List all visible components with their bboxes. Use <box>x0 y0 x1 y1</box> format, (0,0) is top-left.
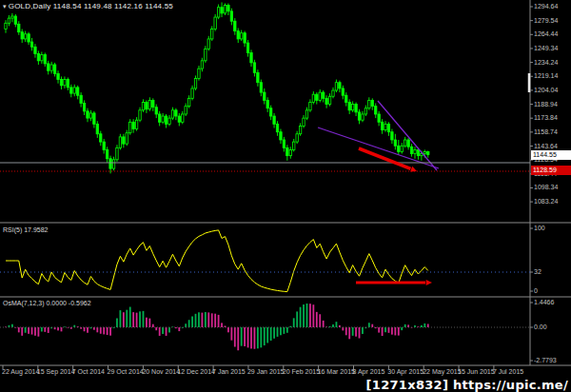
bid-price-label: 1144.55 <box>531 150 571 160</box>
time-axis-label: 15 Jun 2015 <box>458 368 495 376</box>
rsi-label: RSI(5) 17.9582 <box>3 226 48 233</box>
time-axis-label: 16 Mar 2015 <box>318 368 355 376</box>
time-axis-label: 7 Jan 2015 <box>212 368 246 376</box>
price-axis-label: 1249.34 <box>534 45 558 52</box>
osma-pane[interactable] <box>0 299 530 364</box>
rsi-axis-label: 100 <box>534 225 545 232</box>
rsi-axis-label: 32 <box>534 268 541 276</box>
osma-label: OsMA(7,12,3) 0.0000 -0.5962 <box>3 300 91 306</box>
price-axis-label: 1188.94 <box>534 101 558 108</box>
price-axis-label: 1173.84 <box>534 114 558 122</box>
rsi-pane[interactable] <box>0 225 530 296</box>
time-axis-label: 20 Feb 2015 <box>283 368 320 376</box>
price-axis-label: 1158.74 <box>534 128 558 136</box>
price-axis-label: 1294.64 <box>534 3 558 10</box>
osma-axis-label: 0.00 <box>534 323 547 331</box>
osma-axis-label: -2.7793 <box>534 357 557 364</box>
rsi-axis-label: 0 <box>534 287 538 295</box>
time-axis-label: 7 Jul 2015 <box>493 368 523 376</box>
time-axis-label: 12 Dec 2014 <box>177 368 215 376</box>
time-axis-label: 8 Apr 2015 <box>353 368 385 376</box>
price-axis-label: 1234.24 <box>534 59 558 67</box>
mt4-chart-window: ▾GOLD,Daily 1148.54 1149.48 1142.16 1144… <box>0 0 571 392</box>
watermark: [1271x832] https://upic.me/ <box>366 378 568 392</box>
price-axis-label: 1204.04 <box>534 87 558 94</box>
main-chart-pane[interactable] <box>0 0 530 222</box>
chart-title: ▾GOLD,Daily 1148.54 1149.48 1142.16 1144… <box>3 2 173 10</box>
alert-price-label: 1128.59 <box>531 166 571 175</box>
time-axis-label: 29 Oct 2014 <box>108 368 144 376</box>
time-axis-label: 29 Jan 2015 <box>247 368 285 376</box>
time-axis-label: 30 Apr 2015 <box>387 368 423 376</box>
price-axis-label: 1264.44 <box>534 30 558 38</box>
price-axis-label: 1083.24 <box>534 198 558 206</box>
time-axis-label: 22 May 2015 <box>423 368 461 376</box>
time-axis-label: 22 Aug 2014 <box>2 368 39 376</box>
price-axis-label: 1098.34 <box>534 184 558 191</box>
price-axis-label: 1143.64 <box>534 143 558 150</box>
time-axis-label: 7 Oct 2014 <box>72 368 105 376</box>
osma-axis-label: 1.4466 <box>534 299 554 306</box>
chart-title-text: GOLD,Daily 1148.54 1149.48 1142.16 1144.… <box>9 2 173 10</box>
price-axis-label: 1279.54 <box>534 17 558 25</box>
price-axis[interactable] <box>530 0 571 365</box>
chevron-down-icon: ▾ <box>3 3 7 10</box>
price-axis-label: 1219.14 <box>534 72 558 80</box>
time-axis-label: 20 Nov 2014 <box>142 368 180 376</box>
time-axis-label: 15 Sep 2014 <box>37 368 75 376</box>
